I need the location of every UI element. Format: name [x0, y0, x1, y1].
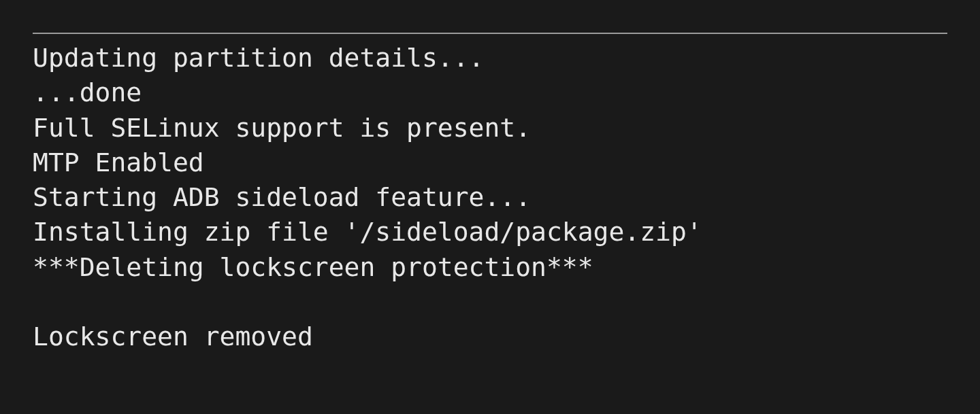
log-blank-line: [33, 285, 947, 320]
log-line: Updating partition details...: [33, 41, 947, 75]
log-line: ...done: [33, 75, 947, 110]
log-line: Full SELinux support is present.: [33, 111, 947, 145]
log-line: ***Deleting lockscreen protection***: [33, 250, 947, 285]
log-line: Starting ADB sideload feature...: [33, 180, 947, 215]
log-line: MTP Enabled: [33, 145, 947, 180]
section-divider: [33, 33, 947, 34]
recovery-console: Updating partition details... ...done Fu…: [0, 0, 980, 354]
log-line: Installing zip file '/sideload/package.z…: [33, 215, 947, 249]
log-line: Lockscreen removed: [33, 320, 947, 354]
